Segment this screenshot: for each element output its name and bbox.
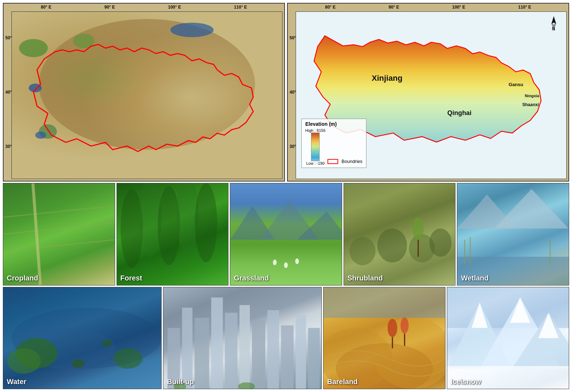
icesnow-label: Ice\snow bbox=[451, 378, 481, 386]
svg-point-32 bbox=[295, 258, 299, 264]
elevation-map-box: N bbox=[296, 11, 567, 179]
forest-image bbox=[117, 183, 228, 285]
icesnow-svg bbox=[447, 287, 569, 389]
svg-point-7 bbox=[35, 132, 46, 139]
wetland-cell: Wetland bbox=[457, 183, 569, 286]
svg-point-49 bbox=[113, 348, 142, 368]
svg-point-68 bbox=[388, 319, 397, 337]
satellite-map-panel: 80° E 90° E 100° E 110° E 50° N 40° N 30… bbox=[3, 3, 285, 182]
shrubland-cell: Shrubland bbox=[344, 183, 456, 286]
bareland-cell: Bareland bbox=[323, 287, 445, 389]
photo-row-2: Water bbox=[3, 287, 569, 389]
boundaries-label: Boundries bbox=[341, 159, 363, 164]
elevation-gradient-bar bbox=[311, 133, 320, 161]
svg-point-1 bbox=[39, 19, 255, 149]
legend-high-label: High : 8156 bbox=[305, 128, 325, 133]
svg-rect-72 bbox=[324, 287, 445, 318]
water-cell: Water bbox=[3, 287, 162, 389]
svg-point-51 bbox=[102, 339, 112, 347]
water-svg bbox=[3, 287, 161, 389]
wetland-svg bbox=[457, 183, 569, 285]
svg-point-70 bbox=[400, 317, 409, 333]
water-image bbox=[3, 287, 161, 389]
cropland-label: Cropland bbox=[7, 274, 38, 282]
svg-point-33 bbox=[349, 237, 375, 265]
grassland-image bbox=[230, 183, 342, 285]
svg-text:Shaanxi: Shaanxi bbox=[522, 102, 539, 107]
coord-100e-elev: 100° E bbox=[452, 5, 465, 10]
photo-section: Cropland Forest bbox=[3, 183, 569, 389]
svg-line-19 bbox=[3, 223, 115, 234]
icesnow-image bbox=[447, 287, 569, 389]
builtup-cell: Built-up bbox=[163, 287, 322, 389]
svg-rect-54 bbox=[194, 318, 209, 389]
forest-cell: Forest bbox=[117, 183, 229, 286]
svg-point-22 bbox=[120, 189, 143, 268]
svg-point-26 bbox=[195, 183, 217, 262]
svg-marker-40 bbox=[494, 189, 569, 229]
svg-rect-61 bbox=[296, 315, 306, 389]
svg-rect-53 bbox=[182, 307, 192, 389]
legend-low-label: Low : -190 bbox=[306, 161, 324, 165]
svg-marker-8 bbox=[551, 16, 556, 24]
svg-point-30 bbox=[273, 259, 277, 265]
coord-110e-sat: 110° E bbox=[234, 5, 247, 10]
coord-80e-elev: 80° E bbox=[325, 5, 335, 10]
svg-point-5 bbox=[171, 23, 214, 37]
svg-point-31 bbox=[284, 262, 288, 268]
svg-point-2 bbox=[19, 39, 48, 57]
svg-text:Ningxia: Ningxia bbox=[525, 94, 539, 98]
svg-text:Qinghai: Qinghai bbox=[447, 109, 471, 116]
north-arrow-svg: N bbox=[548, 15, 559, 31]
main-container: 80° E 90° E 100° E 110° E 50° N 40° N 30… bbox=[0, 0, 572, 392]
water-label: Water bbox=[7, 378, 26, 386]
shrubland-image bbox=[344, 183, 455, 285]
coord-110e-elev: 110° E bbox=[518, 5, 531, 10]
grassland-label: Grassland bbox=[234, 274, 269, 282]
coord-80e-sat: 80° E bbox=[41, 5, 51, 10]
svg-point-34 bbox=[377, 228, 407, 262]
satellite-top-coords: 80° E 90° E 100° E 110° E bbox=[4, 5, 284, 10]
north-arrow: N bbox=[548, 15, 559, 34]
photo-row-1: Cropland Forest bbox=[3, 183, 569, 286]
elevation-map-panel: 80° E 90° E 100° E 110° E 50° N 40° N 30… bbox=[287, 3, 569, 182]
elevation-top-coords: 80° E 90° E 100° E 110° E bbox=[288, 5, 568, 10]
wetland-image bbox=[457, 183, 569, 285]
elevation-imagery: N bbox=[296, 12, 566, 179]
svg-point-48 bbox=[8, 348, 41, 373]
shrubland-label: Shrubland bbox=[347, 274, 383, 282]
grassland-cell: Grassland bbox=[230, 183, 342, 286]
satellite-imagery bbox=[12, 12, 282, 179]
elevation-legend: Elevation (m) High : 8156 Low : -190 Bo bbox=[301, 119, 366, 168]
builtup-label: Built-up bbox=[167, 378, 194, 386]
cropland-svg bbox=[3, 183, 115, 285]
svg-text:Xinjiang: Xinjiang bbox=[372, 74, 403, 83]
svg-point-50 bbox=[72, 359, 84, 367]
grassland-svg bbox=[230, 183, 342, 285]
bareland-label: Bareland bbox=[327, 378, 358, 386]
top-maps-row: 80° E 90° E 100° E 110° E 50° N 40° N 30… bbox=[3, 3, 569, 182]
svg-rect-57 bbox=[240, 305, 250, 389]
svg-rect-58 bbox=[252, 320, 265, 389]
legend-title: Elevation (m) bbox=[305, 121, 363, 127]
svg-line-18 bbox=[3, 206, 115, 217]
coord-90e-sat: 90° E bbox=[104, 5, 115, 10]
coord-90e-elev: 90° E bbox=[389, 5, 399, 10]
builtup-image bbox=[163, 287, 321, 389]
svg-rect-62 bbox=[308, 328, 320, 389]
bareland-image bbox=[324, 287, 445, 389]
svg-rect-59 bbox=[267, 310, 279, 389]
svg-rect-55 bbox=[211, 297, 223, 389]
svg-text:N: N bbox=[552, 26, 555, 31]
wetland-label: Wetland bbox=[461, 274, 488, 282]
svg-point-37 bbox=[413, 217, 424, 240]
boundaries-legend: Boundries bbox=[327, 159, 363, 164]
svg-rect-17 bbox=[3, 183, 115, 285]
satellite-map-box bbox=[11, 11, 282, 179]
boundaries-icon bbox=[327, 159, 338, 164]
icesnow-cell: Ice\snow bbox=[447, 287, 569, 389]
bareland-svg bbox=[324, 287, 445, 389]
cropland-cell: Cropland bbox=[3, 183, 115, 286]
svg-rect-56 bbox=[225, 313, 237, 389]
svg-text:Gansu: Gansu bbox=[509, 82, 523, 87]
